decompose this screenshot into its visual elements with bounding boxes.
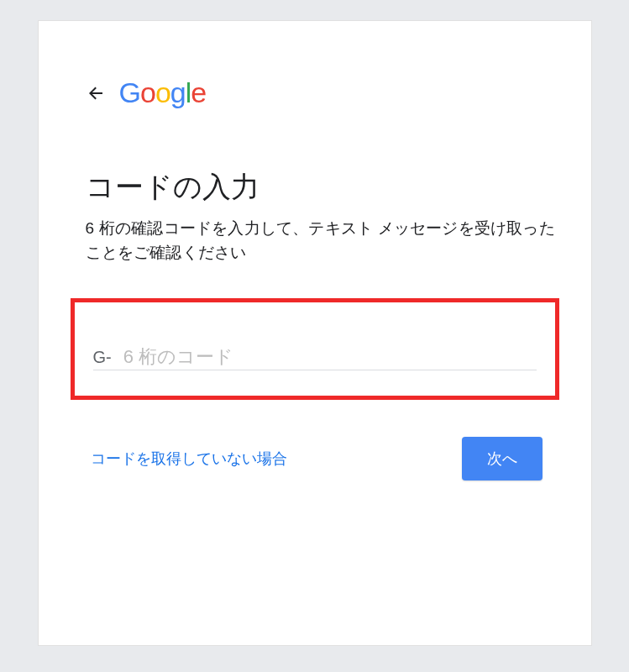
input-highlight-box: G- — [71, 298, 559, 400]
page-title: コードの入力 — [86, 168, 558, 207]
google-logo: Google — [119, 76, 207, 109]
code-input-row: G- — [93, 346, 537, 370]
heading-section: コードの入力 6 桁の確認コードを入力して、テキスト メッセージを受け取ったこと… — [86, 168, 558, 265]
code-input[interactable] — [123, 346, 537, 368]
code-prefix: G- — [93, 348, 112, 367]
actions-row: コードを取得していない場合 次へ — [72, 437, 558, 480]
back-arrow-icon[interactable] — [86, 83, 106, 103]
page-subtitle: 6 桁の確認コードを入力して、テキスト メッセージを受け取ったことをご確認くださ… — [86, 217, 558, 265]
header: Google — [86, 76, 558, 109]
no-code-link[interactable]: コードを取得していない場合 — [91, 449, 287, 469]
verification-card: Google コードの入力 6 桁の確認コードを入力して、テキスト メッセージを… — [38, 20, 592, 646]
next-button[interactable]: 次へ — [462, 437, 543, 480]
